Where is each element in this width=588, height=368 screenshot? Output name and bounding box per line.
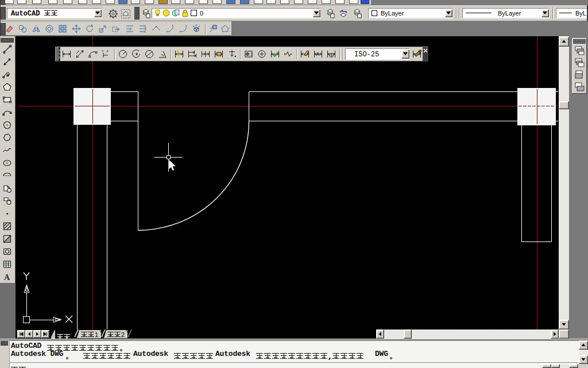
svg-text:X: X	[106, 49, 109, 53]
svg-text:A: A	[4, 273, 10, 282]
svg-text:Y: Y	[102, 49, 104, 53]
svg-text:A: A	[316, 51, 320, 57]
svg-text:.1: .1	[250, 52, 253, 56]
